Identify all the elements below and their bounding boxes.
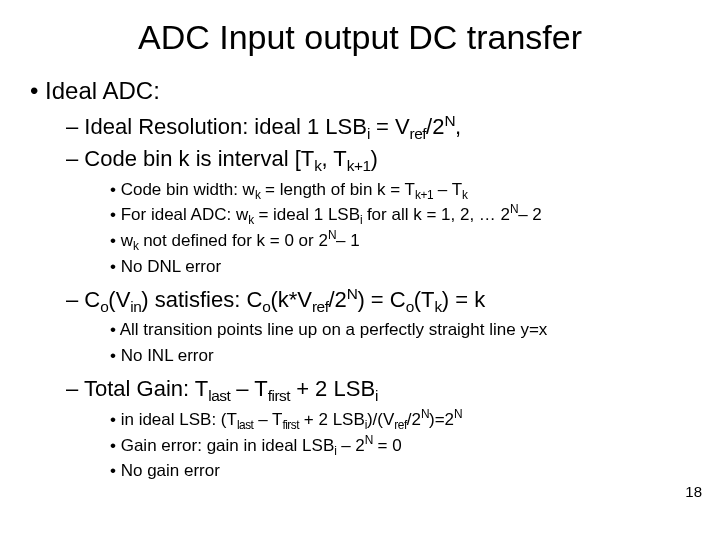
text: = 0 — [373, 436, 402, 455]
text: w — [121, 231, 133, 250]
text: (V — [108, 287, 130, 312]
text: No DNL error — [121, 257, 221, 276]
subscript: ref — [312, 298, 328, 315]
bullet-list-level3: in ideal LSB: (Tlast – Tfirst + 2 LSBi)/… — [110, 408, 696, 483]
item-wk-undef: wk not defined for k = 0 or 2N– 1 — [110, 229, 696, 253]
text: Gain error: gain in ideal LSB — [121, 436, 335, 455]
text: Ideal ADC: — [45, 77, 160, 104]
item-no-gain-error: No gain error — [110, 459, 696, 483]
page-number: 18 — [685, 483, 702, 500]
item-total-gain: Total Gain: Tlast – Tfirst + 2 LSBi in i… — [66, 374, 696, 483]
item-straight-line: All transition points line up on a perfe… — [110, 318, 696, 342]
text: /2 — [328, 287, 346, 312]
subscript: k+1 — [347, 157, 371, 174]
item-ideal-resolution: Ideal Resolution: ideal 1 LSBi = Vref/2N… — [66, 112, 696, 142]
item-co-satisfies: Co(Vin) satisfies: Co(k*Vref/2N) = Co(Tk… — [66, 285, 696, 368]
bullet-list-level1: Ideal ADC: Ideal Resolution: ideal 1 LSB… — [30, 75, 696, 483]
text: = length of bin k = T — [260, 180, 415, 199]
text: not defined for k = 0 or 2 — [138, 231, 327, 250]
subscript: k+1 — [415, 188, 433, 202]
text: Ideal Resolution: ideal 1 LSB — [84, 114, 367, 139]
subscript: first — [268, 387, 290, 404]
superscript: N — [510, 203, 518, 217]
bullet-list-level2: Ideal Resolution: ideal 1 LSBi = Vref/2N… — [66, 112, 696, 483]
text: ) — [370, 146, 377, 171]
text: No gain error — [121, 461, 220, 480]
superscript: N — [454, 407, 462, 421]
text: (T — [414, 287, 435, 312]
text: No INL error — [121, 346, 214, 365]
text: )=2 — [429, 410, 454, 429]
item-ideal-wk: For ideal ADC: wk = ideal 1 LSBi for all… — [110, 203, 696, 227]
slide-title: ADC Input output DC transfer — [24, 18, 696, 57]
text: = V — [370, 114, 410, 139]
subscript: o — [406, 298, 414, 315]
text: , — [455, 114, 461, 139]
text: (k*V — [270, 287, 312, 312]
text: = ideal 1 LSB — [254, 205, 360, 224]
text: , T — [321, 146, 346, 171]
item-ideal-adc: Ideal ADC: Ideal Resolution: ideal 1 LSB… — [30, 75, 696, 483]
text: ) = C — [357, 287, 405, 312]
text: C — [84, 287, 100, 312]
subscript: in — [130, 298, 141, 315]
text: – T — [433, 180, 462, 199]
subscript: k — [462, 188, 467, 202]
item-bin-width: Code bin width: wk = length of bin k = T… — [110, 178, 696, 202]
text: ) satisfies: C — [141, 287, 262, 312]
superscript: N — [328, 229, 336, 243]
item-gain-error: Gain error: gain in ideal LSBi – 2N = 0 — [110, 434, 696, 458]
text: Code bin width: w — [121, 180, 255, 199]
text: – 2 — [518, 205, 542, 224]
text: – T — [253, 410, 282, 429]
text: Code bin k is interval [T — [84, 146, 314, 171]
subscript: i — [375, 387, 378, 404]
subscript: k — [435, 298, 442, 315]
text: ) = k — [442, 287, 485, 312]
bullet-list-level3: All transition points line up on a perfe… — [110, 318, 696, 368]
text: Total Gain: T — [84, 376, 208, 401]
superscript: N — [444, 112, 455, 129]
subscript: ref — [394, 418, 406, 432]
text: for all k = 1, 2, … 2 — [362, 205, 510, 224]
item-ideal-lsb: in ideal LSB: (Tlast – Tfirst + 2 LSBi)/… — [110, 408, 696, 432]
text: All transition points line up on a perfe… — [120, 320, 548, 339]
superscript: N — [347, 284, 358, 301]
superscript: N — [365, 433, 373, 447]
text: /2 — [426, 114, 444, 139]
subscript: ref — [410, 126, 426, 143]
text: – 2 — [336, 436, 364, 455]
text: For ideal ADC: w — [121, 205, 249, 224]
bullet-list-level3: Code bin width: wk = length of bin k = T… — [110, 178, 696, 279]
item-no-inl: No INL error — [110, 344, 696, 368]
subscript: last — [237, 418, 254, 432]
text: – 1 — [336, 231, 360, 250]
item-code-bin: Code bin k is interval [Tk, Tk+1) Code b… — [66, 144, 696, 279]
text: – T — [230, 376, 268, 401]
text: + 2 LSB — [299, 410, 365, 429]
text: + 2 LSB — [290, 376, 375, 401]
subscript: last — [208, 387, 230, 404]
text: )/(V — [367, 410, 394, 429]
text: in ideal LSB: (T — [121, 410, 237, 429]
superscript: N — [421, 407, 429, 421]
slide: ADC Input output DC transfer Ideal ADC: … — [0, 0, 720, 540]
item-no-dnl: No DNL error — [110, 255, 696, 279]
text: /2 — [407, 410, 421, 429]
subscript: first — [282, 418, 299, 432]
